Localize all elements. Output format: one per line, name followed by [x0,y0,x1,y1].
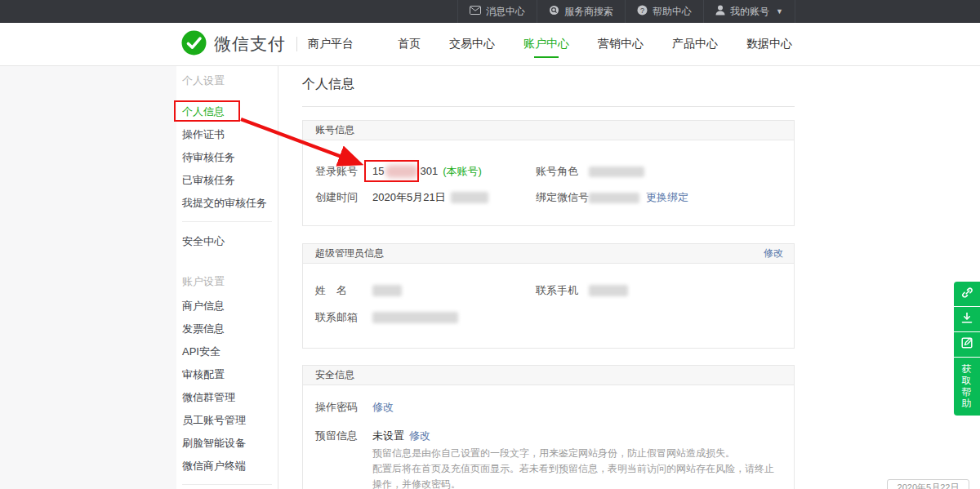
nav-account-center[interactable]: 账户中心 [523,37,569,51]
get-help-button[interactable]: 获 取 帮 助 [954,358,980,416]
sidebar-item-personal-info[interactable]: 个人信息 [182,100,278,123]
reserved-info-status: 未设置 [372,429,404,443]
nav-transaction-center[interactable]: 交易中心 [449,37,495,51]
admin-phone-label: 联系手机 [536,283,578,298]
reserved-modify-link[interactable]: 修改 [409,429,430,443]
user-icon [715,5,725,18]
main-nav: 首页 交易中心 账户中心 营销中心 产品中心 数据中心 [398,23,792,65]
nav-product-center[interactable]: 产品中心 [672,37,718,51]
description-line: 预留信息是由你自己设置的一段文字，用来鉴定网站身份，防止假冒网站造成损失。 [372,446,781,461]
admin-card-title: 超级管理员信息 [315,244,384,263]
topbar: 消息中心 服务商搜索 ? 帮助中心 我的账号 ▼ [0,0,980,23]
header: 微信支付 商户平台 首页 交易中心 账户中心 营销中心 产品中心 数据中心 [0,23,980,66]
link-icon [961,287,973,302]
help-icon: ? [637,5,648,18]
admin-email-label: 联系邮箱 [315,310,358,325]
sidebar-item-pending-review-tasks[interactable]: 待审核任务 [182,146,278,169]
sidebar-item-wechat-group-mgmt[interactable]: 微信群管理 [182,386,278,409]
sidebar-item-merchant-info[interactable]: 商户信息 [182,295,278,318]
redacted-account-middle [385,165,418,178]
super-admin-card: 超级管理员信息 修改 姓 名 联系手机 联系邮箱 [302,243,795,349]
created-time-row: 创建时间 2020年5月21日 绑定微信号 更换绑定 [303,189,794,206]
redacted-name [372,285,402,296]
admin-modify-link[interactable]: 修改 [764,244,783,263]
nav-data-center[interactable]: 数据中心 [746,37,792,51]
topbar-item-label: 帮助中心 [653,5,692,19]
login-account-number: 15301 [372,165,438,179]
edit-icon [961,337,973,352]
sidebar-section-account-settings: 账户设置 [182,270,278,293]
admin-email-value [372,312,458,323]
reserved-info-label: 预留信息 [315,429,358,443]
bound-wechat-value: 更换绑定 [589,190,688,205]
chevron-down-icon: ▼ [776,7,783,16]
portal-name: 商户平台 [308,37,354,51]
bound-wechat-label: 绑定微信号 [536,190,589,205]
sidebar-section-personal-settings: 个人设置 [182,69,278,92]
topbar-item-label: 服务商搜索 [564,5,613,19]
sidebar-item-reviewed-tasks[interactable]: 已审核任务 [182,169,278,192]
operation-password-label: 操作密码 [315,400,358,415]
download-icon [961,312,973,327]
account-role-label: 账号角色 [536,164,578,179]
operation-password-value: 修改 [372,400,394,415]
admin-name-value [372,285,402,296]
float-link-button[interactable] [954,282,980,306]
sidebar-item-invoice-info[interactable]: 发票信息 [182,318,278,340]
sidebar-item-wechat-merchant-terminal[interactable]: 微信商户终端 [182,455,278,478]
sidebar-item-my-submitted-tasks[interactable]: 我提交的审核任务 [182,192,278,215]
topbar-item-label: 消息中心 [486,5,525,19]
security-card-title: 安全信息 [315,366,354,385]
admin-name-row: 姓 名 联系手机 [303,282,794,299]
logo-divider [296,37,297,51]
float-download-button[interactable] [954,307,980,331]
topbar-my-account[interactable]: 我的账号 ▼ [703,0,795,23]
sidebar-item-api-security[interactable]: API安全 [182,340,278,363]
topbar-item-label: 我的账号 [730,5,769,19]
sidebar-item-security-center[interactable]: 安全中心 [182,230,278,253]
account-card-title: 账号信息 [315,121,354,140]
sidebar: 个人设置 个人信息 操作证书 待审核任务 已审核任务 我提交的审核任务 安全中心… [176,66,278,489]
logo[interactable]: 微信支付 商户平台 [181,23,354,65]
security-info-card: 安全信息 操作密码 修改 预留信息 未设置 修改 预留信息是由你自己设置的一段文… [302,365,795,489]
sidebar-item-operation-certificate[interactable]: 操作证书 [182,123,278,146]
operation-password-row: 操作密码 修改 [303,399,794,416]
get-help-char-4: 助 [954,398,980,409]
search-icon [549,5,559,18]
account-role-value [589,167,644,177]
current-account-note: (本账号) [443,164,482,179]
login-account-value: 15301 (本账号) [372,164,482,179]
wechat-pay-logo-icon [181,30,207,59]
sidebar-item-face-smart-device[interactable]: 刷脸智能设备 [182,432,278,455]
security-card-header: 安全信息 [303,366,794,385]
account-card-header: 账号信息 [303,121,794,140]
title-divider [302,106,795,107]
page-left-background [0,66,176,489]
floating-help-toolbar: 获 取 帮 助 [954,282,980,416]
reserved-info-description: 预留信息是由你自己设置的一段文字，用来鉴定网站身份，防止假冒网站造成损失。 配置… [372,446,781,489]
reserved-info-row: 预留信息 未设置 修改 [303,428,794,444]
date-badge: 2020年5月22日 [887,479,969,489]
password-modify-link[interactable]: 修改 [372,400,394,415]
admin-email-row: 联系邮箱 [303,309,794,326]
admin-phone-value [589,285,628,296]
admin-card-header: 超级管理员信息 修改 [303,244,794,264]
nav-marketing-center[interactable]: 营销中心 [598,37,644,51]
created-time-label: 创建时间 [315,190,358,205]
nav-home[interactable]: 首页 [398,37,421,51]
topbar-message-center[interactable]: 消息中心 [457,0,537,23]
sidebar-item-staff-account-mgmt[interactable]: 员工账号管理 [182,409,278,432]
account-info-card: 账号信息 登录账号 15301 (本账号) 账号角色 创建时间 2020年5月2… [302,120,795,226]
sidebar-divider [182,484,272,485]
float-feedback-button[interactable] [954,332,980,357]
reserved-info-value: 未设置 修改 [372,429,430,443]
sidebar-item-review-config[interactable]: 审核配置 [182,363,278,386]
redacted-role [589,167,644,177]
description-line: 配置后将在首页及充值页面显示。若未看到预留信息，表明当前访问的网站存在风险，请终… [372,461,781,489]
rebind-link[interactable]: 更换绑定 [646,190,688,205]
topbar-help-center[interactable]: ? 帮助中心 [625,0,703,23]
login-account-label: 登录账号 [315,164,358,179]
topbar-service-search[interactable]: 服务商搜索 [537,0,625,23]
get-help-char-2: 取 [954,375,980,386]
get-help-char-1: 获 [954,363,980,375]
